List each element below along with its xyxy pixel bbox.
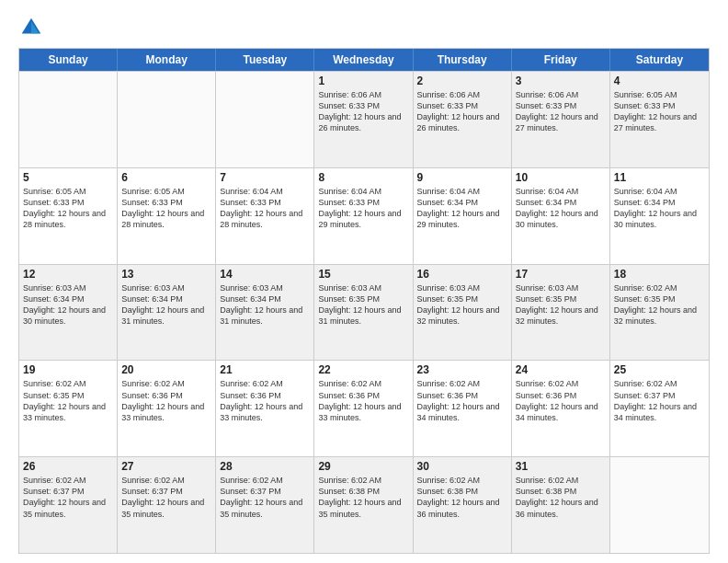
day-info: Sunrise: 6:04 AM Sunset: 6:34 PM Dayligh… <box>614 186 705 231</box>
calendar-cell: 16Sunrise: 6:03 AM Sunset: 6:35 PM Dayli… <box>414 265 512 361</box>
calendar-week: 5Sunrise: 6:05 AM Sunset: 6:33 PM Daylig… <box>19 167 709 264</box>
day-info: Sunrise: 6:05 AM Sunset: 6:33 PM Dayligh… <box>23 186 113 231</box>
day-info: Sunrise: 6:03 AM Sunset: 6:35 PM Dayligh… <box>318 282 408 327</box>
calendar-cell: 20Sunrise: 6:02 AM Sunset: 6:36 PM Dayli… <box>118 361 216 456</box>
day-number: 28 <box>220 460 310 473</box>
day-number: 17 <box>516 268 606 281</box>
day-number: 14 <box>220 268 310 281</box>
calendar-cell: 3Sunrise: 6:06 AM Sunset: 6:33 PM Daylig… <box>512 72 610 167</box>
day-number: 18 <box>614 268 705 281</box>
calendar-cell <box>19 72 118 167</box>
weekday-header: Monday <box>118 49 216 71</box>
calendar-header: SundayMondayTuesdayWednesdayThursdayFrid… <box>19 49 709 71</box>
day-number: 12 <box>23 268 113 281</box>
day-info: Sunrise: 6:02 AM Sunset: 6:36 PM Dayligh… <box>318 378 408 423</box>
day-number: 15 <box>318 268 408 281</box>
calendar-week: 12Sunrise: 6:03 AM Sunset: 6:34 PM Dayli… <box>19 264 709 361</box>
day-number: 23 <box>417 363 507 376</box>
day-number: 27 <box>121 460 211 473</box>
calendar-cell: 13Sunrise: 6:03 AM Sunset: 6:34 PM Dayli… <box>118 265 216 361</box>
day-number: 2 <box>417 75 507 87</box>
logo-icon <box>18 15 44 40</box>
calendar-week: 26Sunrise: 6:02 AM Sunset: 6:37 PM Dayli… <box>19 456 709 553</box>
calendar-cell: 1Sunrise: 6:06 AM Sunset: 6:33 PM Daylig… <box>314 72 413 167</box>
weekday-header: Tuesday <box>216 49 314 71</box>
calendar-cell <box>610 457 709 553</box>
day-number: 5 <box>23 171 113 184</box>
day-number: 16 <box>417 268 507 281</box>
calendar-cell: 30Sunrise: 6:02 AM Sunset: 6:38 PM Dayli… <box>414 457 512 553</box>
day-number: 11 <box>614 171 705 184</box>
calendar-cell: 10Sunrise: 6:04 AM Sunset: 6:34 PM Dayli… <box>512 168 610 264</box>
day-number: 19 <box>23 363 113 376</box>
weekday-header: Thursday <box>414 49 512 71</box>
calendar-cell: 8Sunrise: 6:04 AM Sunset: 6:33 PM Daylig… <box>314 168 413 264</box>
calendar-cell: 11Sunrise: 6:04 AM Sunset: 6:34 PM Dayli… <box>610 168 709 264</box>
day-info: Sunrise: 6:04 AM Sunset: 6:33 PM Dayligh… <box>220 186 310 231</box>
calendar-cell: 29Sunrise: 6:02 AM Sunset: 6:38 PM Dayli… <box>314 457 413 553</box>
day-info: Sunrise: 6:03 AM Sunset: 6:34 PM Dayligh… <box>220 282 310 327</box>
calendar-cell: 22Sunrise: 6:02 AM Sunset: 6:36 PM Dayli… <box>314 361 413 456</box>
day-number: 30 <box>417 460 507 473</box>
day-number: 8 <box>318 171 408 184</box>
day-number: 13 <box>121 268 211 281</box>
calendar-cell <box>216 72 314 167</box>
day-info: Sunrise: 6:02 AM Sunset: 6:37 PM Dayligh… <box>121 475 211 520</box>
day-info: Sunrise: 6:06 AM Sunset: 6:33 PM Dayligh… <box>417 89 507 134</box>
day-info: Sunrise: 6:02 AM Sunset: 6:36 PM Dayligh… <box>516 378 606 423</box>
day-info: Sunrise: 6:02 AM Sunset: 6:38 PM Dayligh… <box>318 475 408 520</box>
day-number: 21 <box>220 363 310 376</box>
day-info: Sunrise: 6:02 AM Sunset: 6:36 PM Dayligh… <box>121 378 211 423</box>
calendar-cell: 7Sunrise: 6:04 AM Sunset: 6:33 PM Daylig… <box>216 168 314 264</box>
day-number: 9 <box>417 171 507 184</box>
calendar: SundayMondayTuesdayWednesdayThursdayFrid… <box>18 48 710 554</box>
day-number: 1 <box>318 75 408 87</box>
calendar-cell: 25Sunrise: 6:02 AM Sunset: 6:37 PM Dayli… <box>610 361 709 456</box>
calendar-cell: 15Sunrise: 6:03 AM Sunset: 6:35 PM Dayli… <box>314 265 413 361</box>
day-number: 25 <box>614 363 705 376</box>
day-info: Sunrise: 6:04 AM Sunset: 6:34 PM Dayligh… <box>516 186 606 231</box>
calendar-cell: 14Sunrise: 6:03 AM Sunset: 6:34 PM Dayli… <box>216 265 314 361</box>
calendar-cell: 6Sunrise: 6:05 AM Sunset: 6:33 PM Daylig… <box>118 168 216 264</box>
calendar-cell: 27Sunrise: 6:02 AM Sunset: 6:37 PM Dayli… <box>118 457 216 553</box>
weekday-header: Sunday <box>19 49 118 71</box>
day-info: Sunrise: 6:06 AM Sunset: 6:33 PM Dayligh… <box>516 89 606 134</box>
day-number: 10 <box>516 171 606 184</box>
day-number: 24 <box>516 363 606 376</box>
calendar-cell: 28Sunrise: 6:02 AM Sunset: 6:37 PM Dayli… <box>216 457 314 553</box>
calendar-cell: 5Sunrise: 6:05 AM Sunset: 6:33 PM Daylig… <box>19 168 118 264</box>
day-info: Sunrise: 6:02 AM Sunset: 6:36 PM Dayligh… <box>417 378 507 423</box>
day-number: 26 <box>23 460 113 473</box>
day-number: 3 <box>516 75 606 87</box>
day-info: Sunrise: 6:02 AM Sunset: 6:36 PM Dayligh… <box>220 378 310 423</box>
day-info: Sunrise: 6:03 AM Sunset: 6:35 PM Dayligh… <box>417 282 507 327</box>
day-info: Sunrise: 6:04 AM Sunset: 6:33 PM Dayligh… <box>318 186 408 231</box>
day-info: Sunrise: 6:05 AM Sunset: 6:33 PM Dayligh… <box>121 186 211 231</box>
day-info: Sunrise: 6:02 AM Sunset: 6:35 PM Dayligh… <box>614 282 705 327</box>
day-number: 7 <box>220 171 310 184</box>
day-info: Sunrise: 6:02 AM Sunset: 6:35 PM Dayligh… <box>23 378 113 423</box>
calendar-cell: 26Sunrise: 6:02 AM Sunset: 6:37 PM Dayli… <box>19 457 118 553</box>
calendar-cell: 31Sunrise: 6:02 AM Sunset: 6:38 PM Dayli… <box>512 457 610 553</box>
calendar-cell: 18Sunrise: 6:02 AM Sunset: 6:35 PM Dayli… <box>610 265 709 361</box>
calendar-cell: 19Sunrise: 6:02 AM Sunset: 6:35 PM Dayli… <box>19 361 118 456</box>
weekday-header: Friday <box>512 49 610 71</box>
calendar-cell: 17Sunrise: 6:03 AM Sunset: 6:35 PM Dayli… <box>512 265 610 361</box>
page: SundayMondayTuesdayWednesdayThursdayFrid… <box>0 0 728 563</box>
day-info: Sunrise: 6:02 AM Sunset: 6:38 PM Dayligh… <box>417 475 507 520</box>
calendar-cell: 12Sunrise: 6:03 AM Sunset: 6:34 PM Dayli… <box>19 265 118 361</box>
day-info: Sunrise: 6:05 AM Sunset: 6:33 PM Dayligh… <box>614 89 705 134</box>
day-info: Sunrise: 6:02 AM Sunset: 6:37 PM Dayligh… <box>220 475 310 520</box>
day-info: Sunrise: 6:03 AM Sunset: 6:35 PM Dayligh… <box>516 282 606 327</box>
calendar-week: 1Sunrise: 6:06 AM Sunset: 6:33 PM Daylig… <box>19 71 709 167</box>
day-info: Sunrise: 6:02 AM Sunset: 6:37 PM Dayligh… <box>614 378 705 423</box>
calendar-cell <box>118 72 216 167</box>
day-number: 4 <box>614 75 705 87</box>
day-number: 22 <box>318 363 408 376</box>
day-number: 29 <box>318 460 408 473</box>
day-info: Sunrise: 6:04 AM Sunset: 6:34 PM Dayligh… <box>417 186 507 231</box>
weekday-header: Saturday <box>610 49 709 71</box>
calendar-cell: 23Sunrise: 6:02 AM Sunset: 6:36 PM Dayli… <box>414 361 512 456</box>
day-number: 20 <box>121 363 211 376</box>
day-number: 31 <box>516 460 606 473</box>
